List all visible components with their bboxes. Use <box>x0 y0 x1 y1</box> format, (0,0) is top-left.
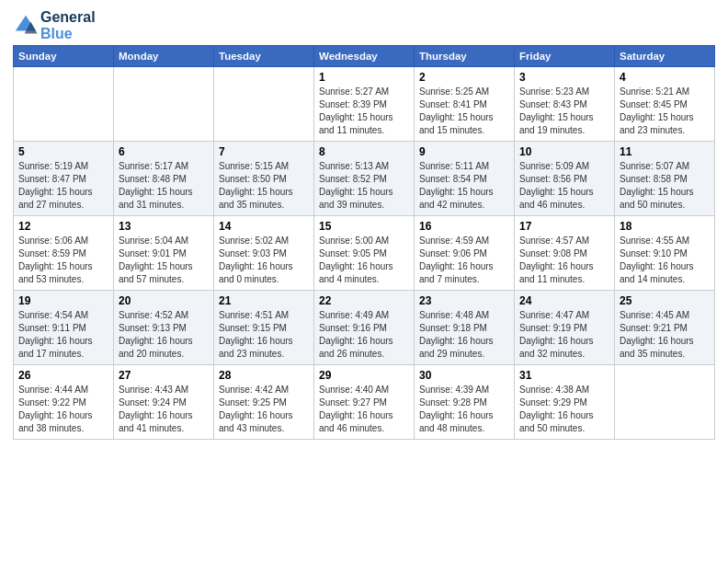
week-row-3: 12Sunrise: 5:06 AM Sunset: 8:59 PM Dayli… <box>14 216 715 291</box>
day-cell: 31Sunrise: 4:38 AM Sunset: 9:29 PM Dayli… <box>515 365 615 440</box>
day-number: 9 <box>419 145 509 158</box>
day-cell: 14Sunrise: 5:02 AM Sunset: 9:03 PM Dayli… <box>214 216 314 291</box>
day-cell: 25Sunrise: 4:45 AM Sunset: 9:21 PM Dayli… <box>615 291 715 365</box>
day-info: Sunrise: 5:09 AM Sunset: 8:56 PM Dayligh… <box>519 160 609 212</box>
header-cell-wednesday: Wednesday <box>314 46 415 67</box>
page: General Blue SundayMondayTuesdayWednesda… <box>0 0 728 563</box>
day-info: Sunrise: 4:38 AM Sunset: 9:29 PM Dayligh… <box>519 384 609 435</box>
day-info: Sunrise: 4:52 AM Sunset: 9:13 PM Dayligh… <box>119 309 209 361</box>
day-info: Sunrise: 5:00 AM Sunset: 9:05 PM Dayligh… <box>319 235 409 286</box>
day-cell: 22Sunrise: 4:49 AM Sunset: 9:16 PM Dayli… <box>314 291 415 365</box>
day-cell: 26Sunrise: 4:44 AM Sunset: 9:22 PM Dayli… <box>14 365 114 440</box>
day-number: 26 <box>18 369 108 382</box>
day-cell: 7Sunrise: 5:15 AM Sunset: 8:50 PM Daylig… <box>214 142 314 216</box>
day-cell: 5Sunrise: 5:19 AM Sunset: 8:47 PM Daylig… <box>14 142 114 216</box>
day-info: Sunrise: 4:54 AM Sunset: 9:11 PM Dayligh… <box>18 309 108 361</box>
day-info: Sunrise: 5:11 AM Sunset: 8:54 PM Dayligh… <box>419 160 509 212</box>
day-number: 17 <box>519 220 609 233</box>
day-info: Sunrise: 4:55 AM Sunset: 9:10 PM Dayligh… <box>620 235 710 286</box>
day-cell: 23Sunrise: 4:48 AM Sunset: 9:18 PM Dayli… <box>415 291 515 365</box>
day-cell <box>214 67 314 142</box>
header-row: SundayMondayTuesdayWednesdayThursdayFrid… <box>14 46 715 67</box>
day-number: 21 <box>219 294 309 307</box>
day-number: 15 <box>319 220 409 233</box>
day-info: Sunrise: 5:19 AM Sunset: 8:47 PM Dayligh… <box>18 160 108 212</box>
day-cell: 13Sunrise: 5:04 AM Sunset: 9:01 PM Dayli… <box>114 216 214 291</box>
day-number: 22 <box>319 294 409 307</box>
day-info: Sunrise: 5:06 AM Sunset: 8:59 PM Dayligh… <box>18 235 108 286</box>
day-number: 4 <box>620 71 710 84</box>
day-cell: 9Sunrise: 5:11 AM Sunset: 8:54 PM Daylig… <box>415 142 515 216</box>
day-number: 28 <box>219 369 309 382</box>
day-cell: 19Sunrise: 4:54 AM Sunset: 9:11 PM Dayli… <box>14 291 114 365</box>
day-info: Sunrise: 4:51 AM Sunset: 9:15 PM Dayligh… <box>219 309 309 361</box>
day-number: 1 <box>319 71 409 84</box>
day-number: 29 <box>319 369 409 382</box>
day-info: Sunrise: 5:27 AM Sunset: 8:39 PM Dayligh… <box>319 86 409 137</box>
day-info: Sunrise: 5:25 AM Sunset: 8:41 PM Dayligh… <box>419 86 509 137</box>
day-info: Sunrise: 5:13 AM Sunset: 8:52 PM Dayligh… <box>319 160 409 212</box>
day-info: Sunrise: 4:45 AM Sunset: 9:21 PM Dayligh… <box>620 309 710 361</box>
day-cell: 3Sunrise: 5:23 AM Sunset: 8:43 PM Daylig… <box>515 67 615 142</box>
day-number: 30 <box>419 369 509 382</box>
day-info: Sunrise: 5:21 AM Sunset: 8:45 PM Dayligh… <box>620 86 710 137</box>
day-info: Sunrise: 4:42 AM Sunset: 9:25 PM Dayligh… <box>219 384 309 435</box>
day-info: Sunrise: 5:17 AM Sunset: 8:48 PM Dayligh… <box>119 160 209 212</box>
day-cell: 8Sunrise: 5:13 AM Sunset: 8:52 PM Daylig… <box>314 142 415 216</box>
day-cell: 30Sunrise: 4:39 AM Sunset: 9:28 PM Dayli… <box>415 365 515 440</box>
header-cell-tuesday: Tuesday <box>214 46 314 67</box>
day-number: 14 <box>219 220 309 233</box>
day-info: Sunrise: 4:47 AM Sunset: 9:19 PM Dayligh… <box>519 309 609 361</box>
header-cell-monday: Monday <box>114 46 214 67</box>
day-number: 3 <box>519 71 609 84</box>
day-number: 31 <box>519 369 609 382</box>
calendar-table: SundayMondayTuesdayWednesdayThursdayFrid… <box>13 45 715 440</box>
header-cell-thursday: Thursday <box>415 46 515 67</box>
week-row-1: 1Sunrise: 5:27 AM Sunset: 8:39 PM Daylig… <box>14 67 715 142</box>
day-info: Sunrise: 5:07 AM Sunset: 8:58 PM Dayligh… <box>620 160 710 212</box>
header-cell-friday: Friday <box>515 46 615 67</box>
day-cell: 21Sunrise: 4:51 AM Sunset: 9:15 PM Dayli… <box>214 291 314 365</box>
day-cell <box>615 365 715 440</box>
day-number: 16 <box>419 220 509 233</box>
header-cell-saturday: Saturday <box>615 46 715 67</box>
day-number: 2 <box>419 71 509 84</box>
day-info: Sunrise: 5:15 AM Sunset: 8:50 PM Dayligh… <box>219 160 309 212</box>
day-number: 6 <box>119 145 209 158</box>
day-info: Sunrise: 4:43 AM Sunset: 9:24 PM Dayligh… <box>119 384 209 435</box>
day-cell <box>14 67 114 142</box>
day-number: 19 <box>18 294 108 307</box>
day-number: 11 <box>620 145 710 158</box>
day-info: Sunrise: 5:02 AM Sunset: 9:03 PM Dayligh… <box>219 235 309 286</box>
day-cell: 12Sunrise: 5:06 AM Sunset: 8:59 PM Dayli… <box>14 216 114 291</box>
day-cell: 20Sunrise: 4:52 AM Sunset: 9:13 PM Dayli… <box>114 291 214 365</box>
day-cell: 28Sunrise: 4:42 AM Sunset: 9:25 PM Dayli… <box>214 365 314 440</box>
header-cell-sunday: Sunday <box>14 46 114 67</box>
week-row-2: 5Sunrise: 5:19 AM Sunset: 8:47 PM Daylig… <box>14 142 715 216</box>
week-row-4: 19Sunrise: 4:54 AM Sunset: 9:11 PM Dayli… <box>14 291 715 365</box>
day-cell: 16Sunrise: 4:59 AM Sunset: 9:06 PM Dayli… <box>415 216 515 291</box>
day-info: Sunrise: 4:39 AM Sunset: 9:28 PM Dayligh… <box>419 384 509 435</box>
day-cell: 1Sunrise: 5:27 AM Sunset: 8:39 PM Daylig… <box>314 67 415 142</box>
day-cell <box>114 67 214 142</box>
day-cell: 18Sunrise: 4:55 AM Sunset: 9:10 PM Dayli… <box>615 216 715 291</box>
day-cell: 4Sunrise: 5:21 AM Sunset: 8:45 PM Daylig… <box>615 67 715 142</box>
day-number: 12 <box>18 220 108 233</box>
header: General Blue <box>13 9 715 41</box>
day-number: 7 <box>219 145 309 158</box>
day-number: 5 <box>18 145 108 158</box>
day-info: Sunrise: 5:04 AM Sunset: 9:01 PM Dayligh… <box>119 235 209 286</box>
day-info: Sunrise: 5:23 AM Sunset: 8:43 PM Dayligh… <box>519 86 609 137</box>
day-info: Sunrise: 4:49 AM Sunset: 9:16 PM Dayligh… <box>319 309 409 361</box>
day-number: 18 <box>620 220 710 233</box>
day-info: Sunrise: 4:48 AM Sunset: 9:18 PM Dayligh… <box>419 309 509 361</box>
day-number: 20 <box>119 294 209 307</box>
day-cell: 29Sunrise: 4:40 AM Sunset: 9:27 PM Dayli… <box>314 365 415 440</box>
logo-icon <box>13 13 39 39</box>
day-number: 24 <box>519 294 609 307</box>
day-info: Sunrise: 4:59 AM Sunset: 9:06 PM Dayligh… <box>419 235 509 286</box>
day-cell: 27Sunrise: 4:43 AM Sunset: 9:24 PM Dayli… <box>114 365 214 440</box>
logo: General Blue <box>13 9 96 41</box>
day-cell: 15Sunrise: 5:00 AM Sunset: 9:05 PM Dayli… <box>314 216 415 291</box>
day-cell: 6Sunrise: 5:17 AM Sunset: 8:48 PM Daylig… <box>114 142 214 216</box>
